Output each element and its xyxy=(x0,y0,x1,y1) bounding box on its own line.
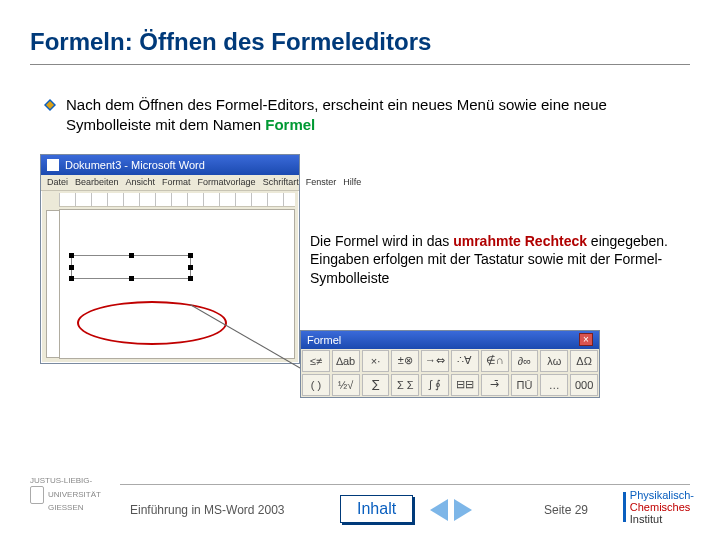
formel-tool-button: 000 xyxy=(570,374,598,396)
word-menu-item: Hilfe xyxy=(343,177,361,187)
nav-arrows xyxy=(430,499,472,521)
word-titlebar: Dokument3 - Microsoft Word xyxy=(41,155,299,175)
formel-toolbar-row: ≤≠ ∆ab ×· ±⊗ →⇔ ∴∀ ∉∩ ∂∞ λω ΔΩ xyxy=(301,349,599,373)
formel-tool-button: ½√ xyxy=(332,374,360,396)
formel-tool-button: ( ) xyxy=(302,374,330,396)
formel-tool-button: ΠŪ xyxy=(511,374,539,396)
highlight-oval xyxy=(77,301,227,345)
word-doc-icon xyxy=(47,159,59,171)
formel-tool-button: ≤≠ xyxy=(302,350,330,372)
word-window-screenshot: Dokument3 - Microsoft Word Datei Bearbei… xyxy=(40,154,300,364)
word-menu-item: Formatvorlage xyxy=(198,177,256,187)
prev-slide-button[interactable] xyxy=(430,499,448,521)
institute-logo: Physikalisch- Chemisches Institut xyxy=(623,489,694,525)
formel-tool-button: ∉∩ xyxy=(481,350,509,372)
word-menu-item: Fenster xyxy=(306,177,337,187)
contents-button[interactable]: Inhalt xyxy=(340,495,413,523)
word-menu-item: Bearbeiten xyxy=(75,177,119,187)
slide-footer: JUSTUS-LIEBIG- UNIVERSITÄT GIESSEN Einfü… xyxy=(0,484,720,540)
institute-bar-icon xyxy=(623,492,626,522)
slide-title: Formeln: Öffnen des Formeleditors xyxy=(30,28,690,56)
formel-tool-button: ±⊗ xyxy=(391,350,419,372)
word-menu-item: Datei xyxy=(47,177,68,187)
formel-tool-button: ∫ ∮ xyxy=(421,374,449,396)
word-menubar: Datei Bearbeiten Ansicht Format Formatvo… xyxy=(41,175,299,191)
diamond-bullet-icon xyxy=(44,99,56,111)
uni-line2: UNIVERSITÄT xyxy=(48,490,101,499)
formel-tool-button: ∆ab xyxy=(332,350,360,372)
formel-tool-button: →⇔ xyxy=(421,350,449,372)
uni-line3: GIESSEN xyxy=(48,503,84,512)
page-number: Seite 29 xyxy=(544,503,588,517)
formel-tool-button: ΔΩ xyxy=(570,350,598,372)
formel-tool-button: Σ Σ xyxy=(391,374,419,396)
word-menu-item: Ansicht xyxy=(126,177,156,187)
word-ruler xyxy=(59,193,295,207)
callout-highlight: umrahmte Rechteck xyxy=(453,233,587,249)
formel-toolbar-screenshot: Formel × ≤≠ ∆ab ×· ±⊗ →⇔ ∴∀ ∉∩ ∂∞ λω ΔΩ … xyxy=(300,330,600,398)
uni-line1: JUSTUS-LIEBIG- xyxy=(30,476,92,485)
formel-toolbar-title: Formel xyxy=(307,334,341,346)
word-menu-item: Format xyxy=(162,177,191,187)
bullet-highlight: Formel xyxy=(265,116,315,133)
equation-input-box xyxy=(71,255,191,279)
word-menu-item: Schriftart xyxy=(263,177,299,187)
title-rule xyxy=(30,64,690,65)
inst-line1: Physikalisch- xyxy=(630,489,694,501)
callout-text: Die Formel wird in das umrahmte Rechteck… xyxy=(310,232,670,289)
formel-tool-button: ×· xyxy=(362,350,390,372)
callout-pre: Die Formel wird in das xyxy=(310,233,453,249)
illustration-area: Dokument3 - Microsoft Word Datei Bearbei… xyxy=(30,154,690,414)
formel-tool-button: ∴∀ xyxy=(451,350,479,372)
close-icon: × xyxy=(579,333,593,346)
formel-toolbar-row: ( ) ½√ ∑̄ Σ Σ ∫ ∮ ⊟⊟ →̄ ΠŪ … 000 xyxy=(301,373,599,397)
bullet-text: Nach dem Öffnen des Formel-Editors, ersc… xyxy=(66,95,660,136)
formel-tool-button: ∂∞ xyxy=(511,350,539,372)
next-slide-button[interactable] xyxy=(454,499,472,521)
formel-tool-button: →̄ xyxy=(481,374,509,396)
formel-tool-button: ⊟⊟ xyxy=(451,374,479,396)
footer-rule xyxy=(120,484,690,485)
bullet-item: Nach dem Öffnen des Formel-Editors, ersc… xyxy=(44,95,660,136)
formel-tool-button: … xyxy=(540,374,568,396)
footer-left-text: Einführung in MS-Word 2003 xyxy=(130,503,285,517)
inst-line2: Chemisches xyxy=(630,501,694,513)
university-logo: JUSTUS-LIEBIG- UNIVERSITÄT GIESSEN xyxy=(30,477,101,513)
formel-tool-button: λω xyxy=(540,350,568,372)
crest-icon xyxy=(30,486,44,504)
word-title-text: Dokument3 - Microsoft Word xyxy=(65,159,205,171)
bullet-pre: Nach dem Öffnen des Formel-Editors, ersc… xyxy=(66,96,607,133)
formel-toolbar-titlebar: Formel × xyxy=(301,331,599,349)
inst-line3: Institut xyxy=(630,513,694,525)
formel-tool-button: ∑̄ xyxy=(362,374,390,396)
